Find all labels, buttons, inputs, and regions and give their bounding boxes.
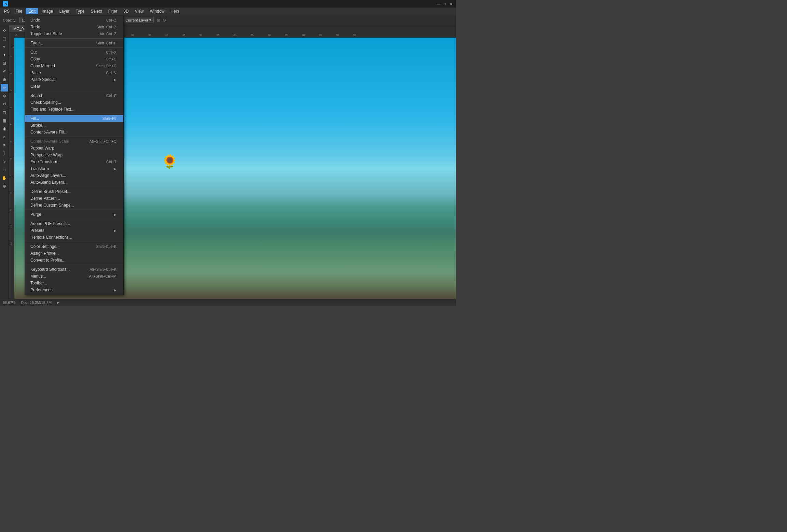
menu-item-label: Content-Aware Scale [30,139,69,144]
zoom-tool[interactable]: ⊕ [1,182,8,190]
menu-item-label: Copy [30,57,40,61]
dodge-tool[interactable]: ○ [1,133,8,141]
move-tool[interactable]: ⊹ [1,27,8,34]
menu-separator [25,219,123,219]
edit-menu-item-convert-to-profile---[interactable]: Convert to Profile... [25,257,123,264]
edit-menu-item-color-settings---[interactable]: Color Settings...Shift+Ctrl+K [25,243,123,250]
hand-tool[interactable]: ✋ [1,174,8,182]
edit-menu-item-puppet-warp[interactable]: Puppet Warp [25,145,123,152]
menu-item-shortcut: Ctrl+V [106,71,116,75]
maximize-button[interactable]: □ [442,1,447,6]
path-selection-tool[interactable]: ▷ [1,158,8,165]
doc-size: Doc: 15,3M/15,3M [21,300,52,305]
edit-menu-item-redo[interactable]: RedoShift+Ctrl+Z [25,24,123,30]
shape-tool[interactable]: □ [1,166,8,173]
edit-menu-item-perspective-warp[interactable]: Perspective Warp [25,152,123,158]
edit-menu-item-undo[interactable]: UndoCtrl+Z [25,17,123,24]
svg-text:70: 70 [268,34,271,36]
menu-image[interactable]: Image [39,8,56,14]
edit-menu-item-purge[interactable]: Purge▶ [25,211,123,218]
menu-item-label: Auto-Align Layers... [30,173,66,178]
ps-logo: Ps [3,1,8,6]
menu-file[interactable]: File [13,8,25,14]
menu-item-shortcut: Ctrl+Z [106,18,116,22]
submenu-arrow-icon: ▶ [114,167,116,171]
edit-menu-item-toolbar---[interactable]: Toolbar... [25,280,123,286]
edit-menu-item-fade---[interactable]: Fade...Shift+Ctrl+F [25,40,123,46]
menu-ps[interactable]: PS [1,8,12,14]
menu-separator [25,91,123,91]
svg-text:-1: -1 [12,46,14,48]
edit-menu-item-search[interactable]: SearchCtrl+F [25,92,123,99]
menu-item-label: Remote Connections... [30,235,72,240]
edit-menu-item-assign-profile---[interactable]: Assign Profile... [25,250,123,257]
edit-menu-item-presets[interactable]: Presets▶ [25,227,123,234]
edit-menu-item-menus---[interactable]: Menus...Alt+Shift+Ctrl+M [25,273,123,280]
healing-tool[interactable]: ⊕ [1,76,8,83]
gradient-tool[interactable]: ▦ [1,117,8,124]
edit-menu-item-toggle-last-state[interactable]: Toggle Last StateAlt+Ctrl+Z [25,30,123,37]
edit-menu-item-check-spelling---[interactable]: Check Spelling... [25,99,123,106]
svg-text:80: 80 [302,34,305,36]
ruler-vertical: -1 0 1 2 3 4 5 6 7 8 9 10 11 [9,38,14,299]
menu-view[interactable]: View [132,8,147,14]
menu-type[interactable]: Type [73,8,87,14]
menu-item-label: Search [30,93,43,98]
type-tool[interactable]: T [1,150,8,157]
lasso-tool[interactable]: ⌖ [1,43,8,51]
edit-menu-item-auto-blend-layers---[interactable]: Auto-Blend Layers... [25,179,123,186]
edit-menu-item-copy-merged[interactable]: Copy MergedShift+Ctrl+C [25,62,123,69]
menu-window[interactable]: Window [147,8,167,14]
sample-dropdown[interactable]: Current Layer ▾ [123,17,154,23]
edit-menu-item-keyboard-shortcuts---[interactable]: Keyboard Shortcuts...Alt+Shift+Ctrl+K [25,266,123,273]
submenu-arrow-icon: ▶ [114,229,116,233]
edit-menu-item-fill---[interactable]: Fill...Shift+F5 [25,115,123,122]
pen-tool[interactable]: ✒ [1,141,8,149]
brush-tool[interactable]: ✏ [1,84,8,92]
edit-menu-item-stroke---[interactable]: Stroke... [25,122,123,129]
minimize-button[interactable]: — [436,1,441,6]
menu-item-label: Preferences [30,288,53,292]
crop-tool[interactable]: ⊡ [1,59,8,67]
edit-menu-item-define-pattern---[interactable]: Define Pattern... [25,195,123,202]
edit-menu-item-clear[interactable]: Clear [25,83,123,90]
menu-help[interactable]: Help [168,8,182,14]
menu-item-shortcut: Alt+Shift+Ctrl+K [89,267,116,271]
edit-menu-item-cut[interactable]: CutCtrl+X [25,49,123,56]
edit-menu-item-define-brush-preset---[interactable]: Define Brush Preset... [25,188,123,195]
marquee-tool[interactable]: ⬚ [1,35,8,42]
zoom-level: 66.67% [3,300,15,305]
menu-item-label: Define Brush Preset... [30,189,70,194]
edit-menu-item-find-and-replace-text---[interactable]: Find and Replace Text... [25,106,123,113]
edit-menu-item-auto-align-layers---[interactable]: Auto-Align Layers... [25,172,123,179]
submenu-arrow-icon: ▶ [114,78,116,82]
menu-3d[interactable]: 3D [121,8,131,14]
edit-menu-item-remote-connections---[interactable]: Remote Connections... [25,234,123,241]
edit-menu-item-paste[interactable]: PasteCtrl+V [25,69,123,76]
edit-menu-item-content-aware-fill---[interactable]: Content-Aware Fill... [25,129,123,136]
menu-select[interactable]: Select [88,8,105,14]
menu-item-label: Color Settings... [30,244,59,249]
history-brush-tool[interactable]: ↺ [1,100,8,108]
edit-menu-item-adobe-pdf-presets---[interactable]: Adobe PDF Presets... [25,220,123,227]
blur-tool[interactable]: ◉ [1,125,8,132]
menu-item-label: Paste [30,70,41,75]
eyedropper-tool[interactable]: ✐ [1,68,8,75]
clone-stamp-tool[interactable]: ⊗ [1,92,8,100]
eraser-tool[interactable]: ◻ [1,109,8,116]
edit-menu-item-preferences[interactable]: Preferences▶ [25,286,123,293]
magic-wand-tool[interactable]: ✦ [1,51,8,59]
menu-item-label: Free Transform [30,159,58,164]
menu-edit[interactable]: Edit [26,8,38,14]
close-button[interactable]: ✕ [448,1,453,6]
edit-menu-item-free-transform[interactable]: Free TransformCtrl+T [25,158,123,165]
edit-menu-item-transform[interactable]: Transform▶ [25,165,123,172]
menu-layer[interactable]: Layer [56,8,72,14]
svg-text:55: 55 [217,34,219,36]
menu-separator [25,265,123,265]
edit-menu-item-copy[interactable]: CopyCtrl+C [25,56,123,62]
edit-menu-item-paste-special[interactable]: Paste Special▶ [25,76,123,83]
menu-filter[interactable]: Filter [106,8,120,14]
svg-text:90: 90 [336,34,339,36]
edit-menu-item-define-custom-shape---[interactable]: Define Custom Shape... [25,202,123,209]
